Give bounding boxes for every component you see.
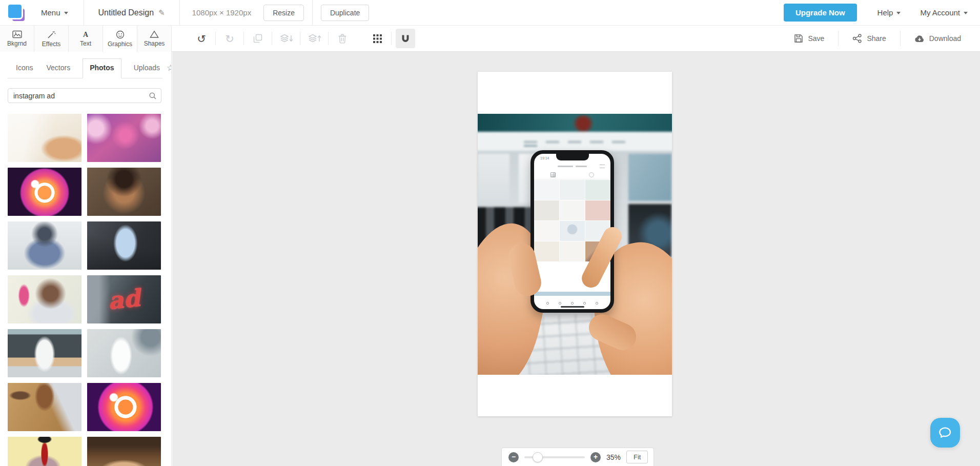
tab-label: Bkgrnd xyxy=(7,40,27,47)
share-button[interactable]: Share xyxy=(839,31,900,46)
panel-tabs: Bkgrnd Effects A Text Graphics Shapes xyxy=(0,26,172,52)
thumbnail-text xyxy=(87,168,161,216)
menu-label: Menu xyxy=(41,8,60,17)
photo-thumbnail[interactable] xyxy=(87,114,161,162)
tab-photos[interactable]: Photos xyxy=(83,58,121,78)
search-input[interactable] xyxy=(8,88,161,103)
divider xyxy=(215,32,216,45)
photo-thumbnail[interactable] xyxy=(87,168,161,216)
copy-button[interactable] xyxy=(246,29,270,48)
image-icon xyxy=(12,30,22,38)
divider xyxy=(243,32,244,45)
photo-monitor-menu-band xyxy=(478,132,672,151)
placed-photo-hands-phone[interactable]: 19:14 xyxy=(478,114,672,375)
phone-screen-tile xyxy=(585,200,610,220)
thumbnail-text xyxy=(8,437,81,466)
grid-view-button[interactable] xyxy=(365,29,389,48)
thumbnail-text xyxy=(8,329,81,377)
redo-button[interactable]: ↻ xyxy=(218,29,241,48)
duplicate-button[interactable]: Duplicate xyxy=(321,5,369,21)
undo-button[interactable]: ↺ xyxy=(190,29,213,48)
favorites-star-icon[interactable]: ☆ xyxy=(167,64,172,78)
phone-home-indicator xyxy=(561,306,584,308)
support-chat-button[interactable] xyxy=(930,418,960,448)
photo-teal-figure xyxy=(572,115,595,132)
tab-text[interactable]: A Text xyxy=(69,26,103,52)
asset-type-tabs: Icons Vectors Photos Uploads ☆ xyxy=(8,58,162,78)
chevron-down-icon xyxy=(64,12,68,14)
photo-phone: 19:14 xyxy=(530,150,614,313)
trash-icon xyxy=(338,33,347,44)
magnet-snap-toggle[interactable] xyxy=(396,29,415,48)
design-artboard[interactable]: 19:14 xyxy=(478,72,672,416)
username-blur-bar xyxy=(576,166,587,167)
zoom-slider-knob[interactable] xyxy=(533,452,543,462)
share-label: Share xyxy=(867,34,886,43)
download-button[interactable]: Download xyxy=(901,31,975,46)
tab-uploads[interactable]: Uploads xyxy=(133,59,161,78)
document-title[interactable]: Untitled Design ✎ xyxy=(98,8,165,17)
zoom-slider[interactable] xyxy=(524,452,585,462)
tab-vectors[interactable]: Vectors xyxy=(45,59,71,78)
nav-dot xyxy=(559,302,561,305)
photo-thumbnail[interactable] xyxy=(8,114,81,162)
divider xyxy=(179,0,180,26)
photo-thumbnail[interactable] xyxy=(8,275,81,323)
search-icon[interactable] xyxy=(149,92,157,100)
photo-thumbnail[interactable] xyxy=(8,437,81,466)
photo-thumbnail[interactable] xyxy=(87,383,161,431)
tab-label: Shapes xyxy=(144,40,165,47)
photo-thumbnail[interactable] xyxy=(8,168,81,216)
phone-notch xyxy=(556,154,589,160)
file-actions: Save Share Download xyxy=(780,26,975,51)
canvas-area[interactable]: 19:14 xyxy=(172,52,980,466)
letter-a-icon: A xyxy=(81,30,90,38)
move-layer-down-button[interactable] xyxy=(274,29,298,48)
photo-thumbnail[interactable] xyxy=(87,329,161,377)
logo-blue-square xyxy=(8,5,22,18)
tab-label: Effects xyxy=(42,40,60,48)
phone-screen-tile xyxy=(560,241,585,261)
photo-thumbnail[interactable] xyxy=(8,329,81,377)
photo-thumbnail[interactable] xyxy=(8,221,81,270)
top-bar: Menu Untitled Design ✎ 1080px × 1920px R… xyxy=(0,0,980,26)
photo-monitor-teal-band xyxy=(478,114,672,132)
edit-toolbar: Bkgrnd Effects A Text Graphics Shapes ↺ xyxy=(0,26,980,52)
delete-button[interactable] xyxy=(331,29,354,48)
thumbnail-text xyxy=(8,221,81,270)
tab-icons[interactable]: Icons xyxy=(15,59,34,78)
copy-icon xyxy=(253,33,263,44)
chat-icon xyxy=(937,425,953,440)
tab-background[interactable]: Bkgrnd xyxy=(0,26,34,52)
thumbnail-text xyxy=(8,275,81,323)
phone-screen-tile xyxy=(560,221,585,241)
menu-button[interactable]: Menu xyxy=(41,8,68,17)
edit-pencil-icon[interactable]: ✎ xyxy=(158,8,165,17)
tab-effects[interactable]: Effects xyxy=(34,26,69,52)
help-menu[interactable]: Help xyxy=(877,8,901,17)
tab-graphics[interactable]: Graphics xyxy=(103,26,137,52)
resize-button[interactable]: Resize xyxy=(263,5,304,21)
phone-footer-band xyxy=(534,292,610,296)
divider xyxy=(272,32,272,45)
zoom-out-button[interactable]: − xyxy=(508,452,519,462)
thumbnail-text xyxy=(87,329,161,377)
fit-button[interactable]: Fit xyxy=(626,451,648,463)
app-window: Menu Untitled Design ✎ 1080px × 1920px R… xyxy=(0,0,980,466)
save-button[interactable]: Save xyxy=(780,31,838,46)
photo-thumbnail[interactable] xyxy=(87,437,161,466)
help-label: Help xyxy=(877,8,893,17)
app-logo-icon[interactable] xyxy=(7,4,26,22)
tab-shapes[interactable]: Shapes xyxy=(137,26,172,52)
phone-screen-tile xyxy=(560,180,585,200)
zoom-in-button[interactable]: + xyxy=(590,452,601,462)
layer-up-icon xyxy=(308,33,321,44)
move-layer-up-button[interactable] xyxy=(302,29,326,48)
my-account-menu[interactable]: My Account xyxy=(920,8,968,17)
photo-thumbnail[interactable]: ad xyxy=(87,275,161,323)
photo-thumbnail[interactable] xyxy=(87,221,161,270)
photo-wall-print-right xyxy=(628,154,671,201)
photo-thumbnail[interactable] xyxy=(8,383,81,431)
upgrade-now-button[interactable]: Upgrade Now xyxy=(784,4,857,22)
divider xyxy=(391,32,392,45)
